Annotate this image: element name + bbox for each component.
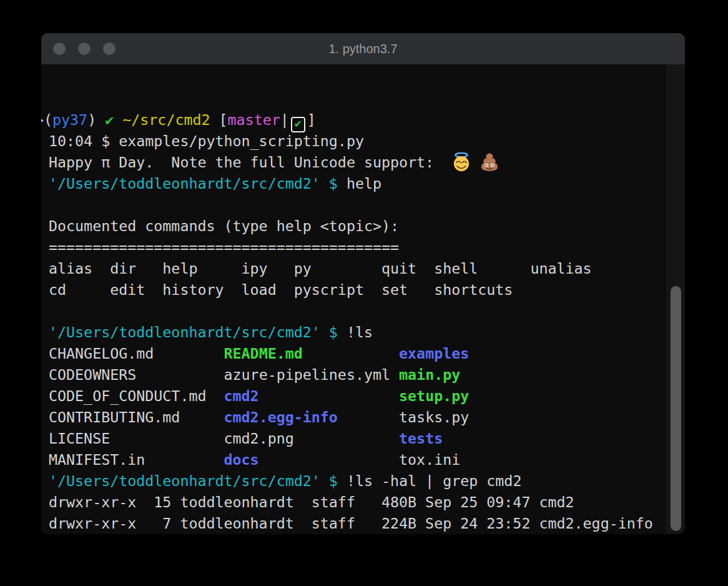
terminal-text-segment: !ls -hal | grep cmd2 — [347, 472, 522, 489]
terminal-line: drwxr-xr-x 15 toddleonhardt staff 480B S… — [49, 492, 664, 513]
terminal-line: ======================================== — [49, 237, 664, 258]
desktop-background: 1. python3.7 (py37) ✔ ~/src/cmd2 [master… — [0, 0, 728, 586]
terminal-text-segment: '/Users/toddleonhardt/src/cmd2' $ — [49, 472, 347, 489]
terminal-window: 1. python3.7 (py37) ✔ ~/src/cmd2 [master… — [41, 33, 685, 534]
terminal-line: '/Users/toddleonhardt/src/cmd2' $ !ls — [49, 322, 664, 343]
terminal-text-segment — [114, 111, 122, 128]
terminal-text-segment: ( — [44, 111, 52, 128]
terminal-text-segment — [259, 387, 399, 404]
terminal-text-segment: | — [280, 111, 289, 128]
window-titlebar[interactable]: 1. python3.7 — [41, 33, 685, 64]
terminal-text-segment: cmd2.png — [224, 430, 400, 447]
terminal-text-segment: drwxr-xr-x 15 toddleonhardt staff 480B S… — [49, 494, 574, 510]
terminal-line: drwxr-xr-x 7 toddleonhardt staff 224B Se… — [49, 513, 664, 534]
terminal-text-segment: tests — [399, 430, 443, 447]
terminal-text-segment: CONTRIBUTING.md — [49, 409, 224, 425]
terminal-text-segment: CHANGELOG.md — [49, 345, 224, 362]
terminal-text-segment: CODEOWNERS — [49, 366, 224, 383]
terminal-text-segment: !ls — [347, 324, 373, 340]
terminal-line: Happy π Day. Note the full Unicode suppo… — [49, 152, 664, 173]
terminal-text-segment: [ — [210, 111, 228, 128]
terminal-text-segment: ) — [87, 111, 105, 128]
terminal-content[interactable]: (py37) ✔ ~/src/cmd2 [master|✔]10:04 $ ex… — [41, 64, 685, 534]
terminal-line: (py37) ✔ ~/src/cmd2 [master|✔] — [44, 109, 664, 131]
terminal-text-segment: py37 — [52, 111, 87, 128]
terminal-text-segment: LICENSE — [49, 430, 224, 447]
command-mark-icon — [41, 116, 44, 126]
terminal-line: 10:04 $ examples/python_scripting.py — [49, 131, 664, 152]
terminal-lines: (py37) ✔ ~/src/cmd2 [master|✔]10:04 $ ex… — [49, 109, 664, 534]
terminal-text-segment: README.md — [224, 345, 303, 362]
terminal-text-segment — [259, 451, 399, 468]
terminal-text-segment: azure-pipelines.yml — [224, 366, 400, 383]
terminal-text-segment — [303, 345, 399, 362]
terminal-line: CODEOWNERS azure-pipelines.yml main.py — [49, 364, 664, 385]
terminal-text-segment: ] — [307, 111, 316, 128]
terminal-text-segment: help — [347, 175, 381, 192]
terminal-text-segment: setup.py — [399, 387, 469, 404]
terminal-text-segment: tox.ini — [399, 451, 460, 468]
window-title: 1. python3.7 — [41, 33, 685, 64]
terminal-line: '/Users/toddleonhardt/src/cmd2' $ help — [49, 173, 664, 194]
terminal-text-segment: docs — [224, 451, 259, 468]
terminal-line: Documented commands (type help <topic>): — [49, 216, 664, 237]
terminal-text-segment: cd edit history load pyscript set shortc… — [49, 281, 513, 298]
terminal-text-segment: '/Users/toddleonhardt/src/cmd2' $ — [49, 175, 347, 192]
terminal-text-segment: 10:04 $ examples/python_scripting.py — [49, 132, 364, 149]
terminal-text-segment: master — [228, 111, 280, 128]
terminal-text-segment: tasks.py — [399, 409, 469, 425]
terminal-text-segment: alias dir help ipy py quit shell unalias — [49, 260, 592, 277]
terminal-text-segment: cmd2 — [224, 387, 259, 404]
terminal-text-segment: ======================================== — [49, 239, 399, 256]
terminal-text-segment: examples — [399, 345, 469, 362]
terminal-text-segment — [338, 409, 399, 425]
terminal-line: MANIFEST.in docs tox.ini — [49, 449, 664, 470]
terminal-line: '/Users/toddleonhardt/src/cmd2' $ !ls -h… — [49, 470, 664, 492]
terminal-text-segment: ~/src/cmd2 — [122, 111, 210, 128]
terminal-line: LICENSE cmd2.png tests — [49, 428, 664, 449]
terminal-text-segment: cmd2.egg-info — [224, 409, 338, 425]
terminal-line — [49, 194, 664, 216]
terminal-line: CONTRIBUTING.md cmd2.egg-info tasks.py — [49, 407, 664, 428]
terminal-text-segment: main.py — [399, 366, 460, 383]
terminal-text-segment: ✔ — [105, 111, 114, 128]
terminal-text-segment — [471, 154, 480, 171]
terminal-text-segment: CODE_OF_CONDUCT.md — [49, 387, 224, 404]
terminal-text-segment: Documented commands (type help <topic>): — [49, 217, 399, 234]
terminal-line: cd edit history load pyscript set shortc… — [49, 279, 664, 300]
terminal-line: CODE_OF_CONDUCT.md cmd2 setup.py — [49, 385, 664, 407]
terminal-text-segment: Happy π Day. Note the full Unicode suppo… — [49, 154, 451, 171]
terminal-text-segment: MANIFEST.in — [49, 451, 224, 468]
scrollbar-thumb[interactable] — [671, 286, 681, 531]
terminal-line: alias dir help ipy py quit shell unalias — [49, 258, 664, 279]
terminal-text-segment: drwxr-xr-x 7 toddleonhardt staff 224B Se… — [49, 515, 653, 532]
terminal-line — [49, 300, 664, 322]
terminal-text-segment: '/Users/toddleonhardt/src/cmd2' $ — [49, 324, 347, 340]
terminal-line: CHANGELOG.md README.md examples — [49, 343, 664, 364]
